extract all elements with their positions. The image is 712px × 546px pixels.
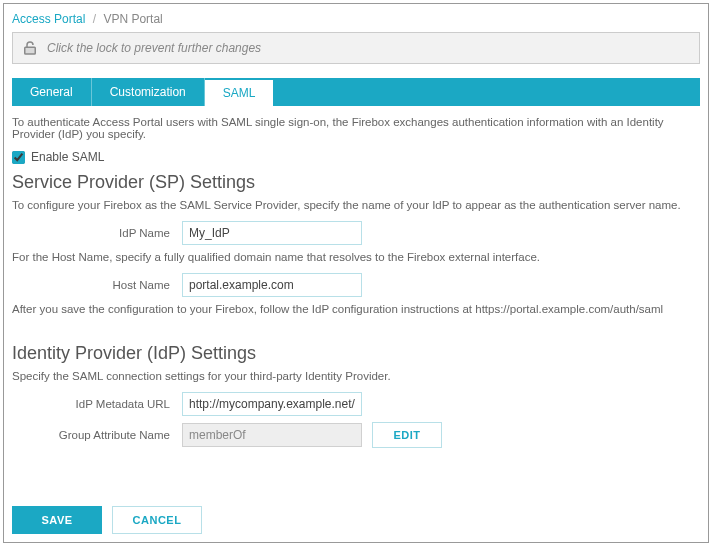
tab-content: To authenticate Access Portal users with…: [12, 116, 700, 448]
tab-general[interactable]: General: [12, 78, 92, 106]
breadcrumb-current: VPN Portal: [103, 12, 162, 26]
host-name-row: Host Name: [12, 273, 700, 297]
metadata-url-row: IdP Metadata URL: [12, 392, 700, 416]
group-attr-input: [182, 423, 362, 447]
config-panel: Access Portal / VPN Portal Click the loc…: [3, 3, 709, 543]
tabs: General Customization SAML: [12, 78, 700, 106]
metadata-url-input[interactable]: [182, 392, 362, 416]
edit-button[interactable]: EDIT: [372, 422, 442, 448]
group-attr-label: Group Attribute Name: [12, 429, 182, 441]
save-button[interactable]: SAVE: [12, 506, 102, 534]
group-attr-row: Group Attribute Name EDIT: [12, 422, 700, 448]
unlock-icon[interactable]: [21, 39, 39, 57]
idp-desc: Specify the SAML connection settings for…: [12, 370, 700, 382]
host-name-label: Host Name: [12, 279, 182, 291]
metadata-url-label: IdP Metadata URL: [12, 398, 182, 410]
tab-customization[interactable]: Customization: [92, 78, 205, 106]
tab-saml[interactable]: SAML: [205, 78, 274, 106]
idp-name-input[interactable]: [182, 221, 362, 245]
lock-bar-text: Click the lock to prevent further change…: [47, 41, 261, 55]
idp-heading: Identity Provider (IdP) Settings: [12, 343, 700, 364]
svg-rect-0: [25, 47, 36, 54]
breadcrumb-root[interactable]: Access Portal: [12, 12, 85, 26]
enable-saml-label: Enable SAML: [31, 150, 104, 164]
breadcrumb: Access Portal / VPN Portal: [12, 12, 700, 26]
intro-text: To authenticate Access Portal users with…: [12, 116, 700, 140]
sp-desc: To configure your Firebox as the SAML Se…: [12, 199, 700, 211]
enable-saml-row: Enable SAML: [12, 150, 700, 164]
idp-name-label: IdP Name: [12, 227, 182, 239]
breadcrumb-separator: /: [93, 12, 96, 26]
after-save-text: After you save the configuration to your…: [12, 303, 700, 315]
footer-buttons: SAVE CANCEL: [12, 506, 202, 534]
cancel-button[interactable]: CANCEL: [112, 506, 202, 534]
sp-heading: Service Provider (SP) Settings: [12, 172, 700, 193]
host-name-input[interactable]: [182, 273, 362, 297]
host-hint: For the Host Name, specify a fully quali…: [12, 251, 700, 263]
lock-bar: Click the lock to prevent further change…: [12, 32, 700, 64]
idp-name-row: IdP Name: [12, 221, 700, 245]
enable-saml-checkbox[interactable]: [12, 151, 25, 164]
